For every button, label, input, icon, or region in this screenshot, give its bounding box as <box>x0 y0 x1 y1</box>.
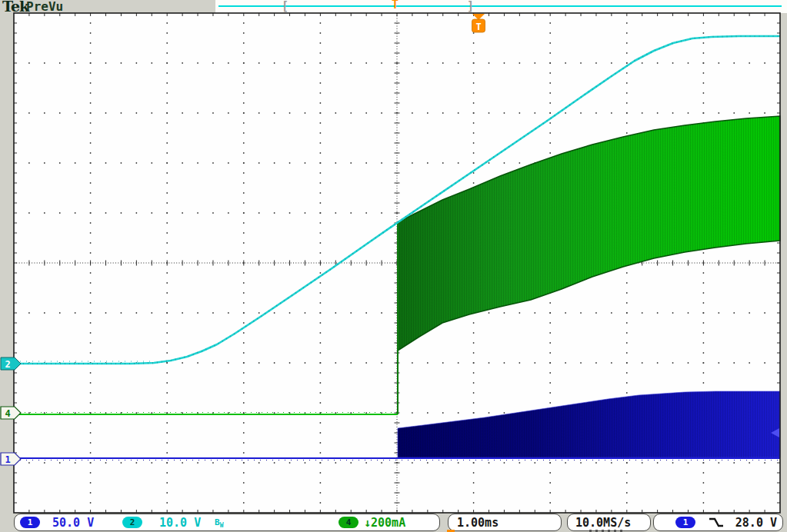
grid-dot <box>59 312 61 314</box>
ch4-scale-readout: ↓200mA <box>364 516 405 530</box>
grid-dot <box>335 162 336 164</box>
grid-dot <box>672 62 674 64</box>
grid-dot <box>703 72 705 74</box>
grid-dot <box>626 392 628 394</box>
grid-dot <box>733 312 735 314</box>
grid-dot <box>182 462 183 464</box>
grid-dot <box>442 462 444 464</box>
grid-dot <box>626 122 628 124</box>
grid-dot <box>90 502 92 504</box>
trigger-source-badge: 1 <box>675 517 695 528</box>
record-window-left-bracket[interactable]: [ <box>282 0 288 13</box>
grid-dot <box>305 112 306 114</box>
grid-dot <box>182 362 183 364</box>
grid-dot <box>90 122 92 124</box>
grid-dot <box>90 382 92 384</box>
grid-dot <box>427 462 429 464</box>
ch1-flag-number: 1 <box>5 454 10 465</box>
grid-dot <box>626 472 628 474</box>
grid-dot <box>243 432 245 434</box>
grid-dot <box>90 392 92 394</box>
grid-dot <box>381 112 382 114</box>
grid-dot <box>228 112 229 114</box>
grid-dot <box>549 302 551 304</box>
grid-dot <box>320 372 322 374</box>
grid-dot <box>473 52 475 54</box>
grid-dot <box>243 172 245 174</box>
grid-dot <box>458 62 459 64</box>
record-window-right-bracket[interactable]: ] <box>467 0 474 13</box>
grid-dot <box>228 362 229 364</box>
grid-dot <box>672 312 674 314</box>
grid-dot <box>733 112 735 114</box>
grid-dot <box>473 132 475 134</box>
grid-dot <box>320 82 322 84</box>
grid-dot <box>549 102 551 104</box>
grid-dot <box>442 112 444 114</box>
grid-dot <box>703 282 705 284</box>
grid-dot <box>626 272 628 274</box>
grid-dot <box>166 132 168 134</box>
grid-dot <box>305 462 306 464</box>
grid-dot <box>28 112 30 114</box>
grid-dot <box>549 42 551 44</box>
grid-dot <box>151 112 152 114</box>
grid-dot <box>549 122 551 124</box>
grid-dot <box>642 362 643 364</box>
grid-dot <box>243 332 245 334</box>
grid-dot <box>703 332 705 334</box>
grid-dot <box>473 372 475 374</box>
grid-dot <box>688 312 689 314</box>
grid-dot <box>44 462 45 464</box>
grid-dot <box>320 502 322 504</box>
grid-dot <box>703 312 705 314</box>
grid-dot <box>166 482 168 484</box>
grid-dot <box>320 102 322 104</box>
grid-dot <box>381 62 382 64</box>
grid-dot <box>182 312 183 314</box>
record-trigger-position-icon[interactable]: T <box>392 0 399 12</box>
grid-dot <box>182 162 183 164</box>
grid-dot <box>228 412 229 414</box>
grid-dot <box>75 212 76 214</box>
grid-dot <box>90 352 92 354</box>
grid-dot <box>90 472 92 474</box>
grid-dot <box>274 212 275 214</box>
grid-dot <box>549 152 551 154</box>
grid-dot <box>243 62 245 64</box>
grid-dot <box>90 212 92 214</box>
grid-dot <box>121 112 122 114</box>
grid-dot <box>28 462 30 464</box>
grid-dot <box>258 212 260 214</box>
grid-dot <box>243 232 245 234</box>
oscilloscope-screen: Tek PreVu [ ] T T <box>0 0 787 532</box>
grid-dot <box>320 482 322 484</box>
grid-dot <box>473 122 475 124</box>
grid-dot <box>182 412 183 414</box>
grid-dot <box>166 342 168 344</box>
grid-dot <box>626 112 628 114</box>
grid-dot <box>44 412 45 414</box>
grid-dot <box>90 222 92 224</box>
grid-dot <box>489 362 490 364</box>
grid-dot <box>626 72 628 74</box>
grid-dot <box>135 62 137 64</box>
grid-dot <box>258 312 260 314</box>
grid-dot <box>350 362 352 364</box>
grid-dot <box>90 232 92 234</box>
trigger-level-readout: 28.0 V <box>735 516 777 530</box>
grid-dot <box>626 492 628 494</box>
timebase-readout: 1.00ms <box>457 516 499 530</box>
grid-dot <box>764 112 765 114</box>
grid-dot <box>151 412 152 414</box>
grid-dot <box>473 362 475 364</box>
grid-dot <box>703 502 705 504</box>
grid-dot <box>718 462 719 464</box>
grid-dot <box>121 462 122 464</box>
falling-edge-trigger-icon <box>709 517 724 529</box>
grid-dot <box>473 62 475 64</box>
grid-dot <box>166 42 168 44</box>
grid-dot <box>320 122 322 124</box>
grid-dot <box>335 312 336 314</box>
grid-dot <box>626 42 628 44</box>
